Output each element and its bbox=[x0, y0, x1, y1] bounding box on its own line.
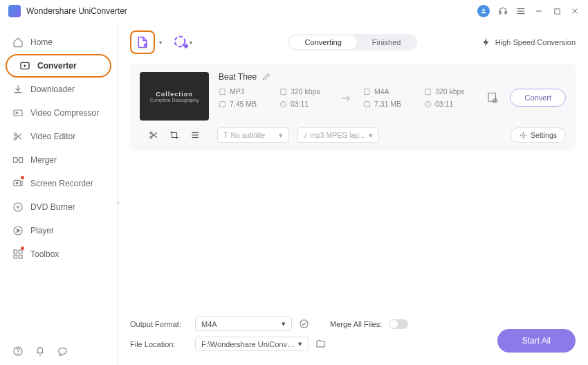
merge-toggle[interactable] bbox=[389, 319, 408, 329]
file-location-select[interactable]: F:\Wondershare UniConverter▾ bbox=[195, 337, 309, 351]
merge-label: Merge All Files: bbox=[330, 320, 382, 328]
chevron-down-icon: ▾ bbox=[369, 131, 373, 139]
svg-point-45 bbox=[150, 136, 152, 138]
dst-bitrate: 320 kbps bbox=[424, 87, 474, 96]
svg-rect-2 bbox=[505, 12, 506, 15]
trim-icon[interactable] bbox=[149, 130, 158, 140]
svg-point-29 bbox=[18, 354, 19, 355]
user-avatar[interactable] bbox=[477, 5, 490, 17]
arrow-icon: ➔ bbox=[342, 91, 351, 105]
notification-dot bbox=[21, 176, 24, 179]
play-icon bbox=[12, 225, 24, 236]
bolt-icon bbox=[481, 37, 491, 47]
add-file-button[interactable] bbox=[130, 30, 155, 54]
start-all-button[interactable]: Start All bbox=[497, 329, 576, 353]
convert-button[interactable]: Convert bbox=[510, 89, 566, 107]
thumb-subtitle: Complete Discography bbox=[150, 98, 199, 103]
file-settings-button[interactable]: Settings bbox=[511, 127, 566, 143]
svg-rect-40 bbox=[425, 89, 430, 94]
chevron-down-icon: ▾ bbox=[279, 131, 283, 139]
svg-point-49 bbox=[522, 134, 524, 136]
file-card: Collection Complete Discography Beat The… bbox=[130, 64, 576, 151]
add-url-button[interactable] bbox=[172, 33, 190, 51]
svg-rect-27 bbox=[19, 255, 22, 258]
src-bitrate: 320 kbps bbox=[279, 87, 329, 96]
sidebar-item-home[interactable]: Home bbox=[0, 30, 117, 54]
crop-icon[interactable] bbox=[169, 130, 179, 140]
close-button[interactable] bbox=[570, 6, 580, 16]
download-icon bbox=[12, 84, 24, 95]
sidebar-item-converter[interactable]: Converter bbox=[6, 54, 111, 78]
toolbar: ▾ ▾ Converting Finished High Speed Conve… bbox=[130, 30, 576, 54]
svg-point-19 bbox=[16, 182, 18, 184]
edit-title-icon[interactable] bbox=[262, 73, 270, 81]
gear-icon bbox=[520, 132, 527, 139]
tab-converting[interactable]: Converting bbox=[290, 35, 357, 49]
svg-rect-36 bbox=[220, 89, 225, 94]
sidebar-item-label: DVD Burner bbox=[30, 202, 75, 212]
highspeed-toggle[interactable]: High Speed Conversion bbox=[481, 37, 576, 47]
sidebar-item-player[interactable]: Player bbox=[0, 219, 117, 242]
src-size: 7.45 MB bbox=[219, 100, 268, 108]
effects-icon[interactable] bbox=[190, 130, 200, 140]
subtitle-select[interactable]: TNo subtitle ▾ bbox=[217, 127, 289, 143]
add-file-dropdown[interactable]: ▾ bbox=[159, 39, 162, 46]
output-format-select[interactable]: M4A▾ bbox=[195, 317, 292, 331]
sidebar-item-recorder[interactable]: Screen Recorder bbox=[0, 172, 117, 195]
audio-track-select[interactable]: ♪mp3 MPEG lay... ▾ bbox=[297, 127, 379, 143]
app-logo bbox=[8, 5, 21, 17]
minimize-button[interactable] bbox=[534, 6, 544, 16]
chevron-down-icon: ▾ bbox=[282, 319, 286, 328]
sidebar-item-label: Video Compressor bbox=[30, 108, 99, 118]
sidebar-item-toolbox[interactable]: Toolbox bbox=[0, 242, 117, 266]
output-format-label: Output Format: bbox=[130, 320, 188, 328]
dst-format: M4A bbox=[363, 87, 413, 96]
file-location-label: File Location: bbox=[130, 340, 188, 348]
sidebar-item-label: Video Editor bbox=[30, 132, 75, 141]
add-file-icon bbox=[136, 35, 149, 49]
maximize-button[interactable] bbox=[552, 6, 562, 16]
svg-rect-42 bbox=[488, 93, 496, 101]
sidebar-item-merger[interactable]: Merger bbox=[0, 148, 117, 172]
file-thumbnail[interactable]: Collection Complete Discography bbox=[140, 72, 209, 121]
svg-point-44 bbox=[150, 132, 152, 134]
svg-marker-23 bbox=[17, 229, 20, 232]
menu-icon[interactable] bbox=[516, 6, 526, 16]
sidebar: Home Converter Downloader Video Compress… bbox=[0, 22, 118, 365]
svg-point-14 bbox=[14, 138, 16, 140]
footer: Output Format: M4A▾ Merge All Files: Fil… bbox=[130, 317, 576, 357]
compress-output-icon[interactable] bbox=[299, 319, 309, 329]
feedback-icon[interactable] bbox=[57, 346, 68, 357]
subtitle-icon: T bbox=[223, 131, 228, 139]
notification-dot bbox=[21, 247, 24, 250]
preset-settings-icon[interactable] bbox=[486, 91, 499, 104]
sidebar-item-editor[interactable]: Video Editor bbox=[0, 125, 117, 148]
sidebar-item-dvd[interactable]: DVD Burner bbox=[0, 195, 117, 219]
headset-icon[interactable] bbox=[498, 6, 508, 16]
titlebar: Wondershare UniConverter bbox=[0, 0, 588, 22]
sidebar-item-downloader[interactable]: Downloader bbox=[0, 78, 117, 101]
sidebar-item-compressor[interactable]: Video Compressor bbox=[0, 101, 117, 125]
svg-point-50 bbox=[300, 320, 308, 328]
svg-point-13 bbox=[14, 133, 16, 135]
bell-icon[interactable] bbox=[35, 346, 46, 357]
sidebar-item-label: Player bbox=[30, 226, 54, 235]
sidebar-item-label: Home bbox=[30, 37, 53, 47]
help-icon[interactable] bbox=[12, 346, 24, 357]
src-format: MP3 bbox=[219, 87, 268, 96]
svg-rect-26 bbox=[14, 255, 17, 258]
thumb-title: Collection bbox=[156, 91, 193, 98]
src-duration: 03:11 bbox=[279, 100, 329, 108]
sidebar-item-label: Converter bbox=[37, 61, 77, 71]
tab-finished[interactable]: Finished bbox=[357, 35, 416, 49]
merger-icon bbox=[12, 154, 24, 166]
conversion-tabs: Converting Finished bbox=[288, 34, 418, 51]
open-folder-icon[interactable] bbox=[315, 339, 326, 349]
main-panel: ▾ ▾ Converting Finished High Speed Conve… bbox=[118, 22, 588, 365]
svg-rect-1 bbox=[499, 12, 501, 15]
svg-rect-37 bbox=[281, 89, 286, 94]
svg-point-0 bbox=[482, 9, 484, 11]
add-url-dropdown[interactable]: ▾ bbox=[190, 39, 192, 46]
sidebar-item-label: Screen Recorder bbox=[30, 179, 93, 188]
highspeed-label: High Speed Conversion bbox=[495, 38, 576, 46]
